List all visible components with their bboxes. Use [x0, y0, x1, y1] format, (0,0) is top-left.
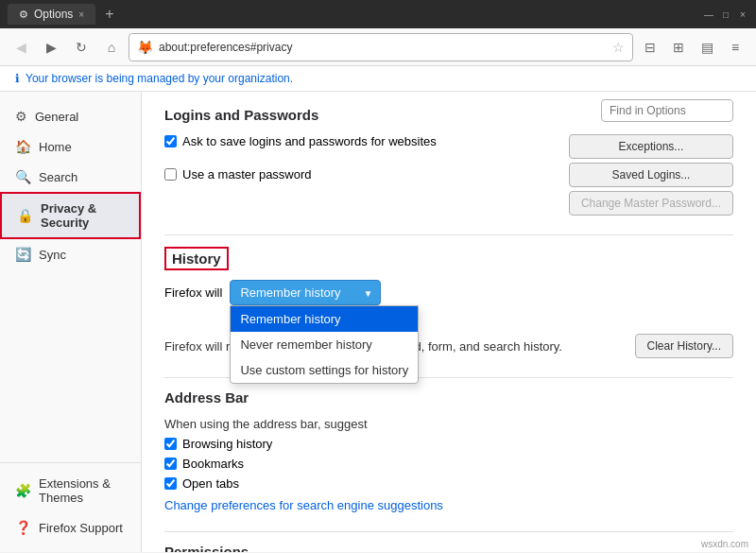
browsing-history-row: Browsing history [164, 437, 733, 451]
options-tab[interactable]: ⚙ Options × [8, 4, 95, 25]
master-password-row: Use a master password [164, 167, 569, 181]
tab-gear-icon: ⚙ [19, 9, 28, 21]
address-bar-title: Address Bar [164, 389, 733, 406]
sidebar-bottom: 🧩 Extensions & Themes ❓ Firefox Support [0, 462, 141, 552]
divider-1 [164, 234, 733, 235]
saved-logins-button[interactable]: Saved Logins... [569, 163, 733, 187]
dropdown-selected-text: Remember history [240, 285, 340, 300]
sidebar-item-home[interactable]: 🏠 Home [0, 131, 141, 162]
main-layout: ⚙ General 🏠 Home 🔍 Search 🔒 Privacy & Se… [0, 92, 756, 552]
reload-button[interactable]: ↻ [68, 34, 94, 60]
sidebar-item-sync[interactable]: 🔄 Sync [0, 239, 141, 269]
info-icon: ℹ [15, 72, 20, 85]
sidebar-label-sync: Sync [39, 248, 66, 262]
firefox-will-label: Firefox will [164, 285, 222, 300]
extensions-icon: 🧩 [15, 483, 31, 498]
exceptions-button[interactable]: Exceptions... [569, 134, 733, 159]
minimize-button[interactable]: — [703, 9, 714, 20]
permissions-title: Permissions [164, 544, 733, 552]
save-logins-checkbox[interactable] [164, 135, 177, 147]
bookmarks-checkbox[interactable] [164, 458, 177, 470]
back-button[interactable]: ◀ [8, 34, 34, 60]
find-input[interactable] [601, 99, 733, 122]
lock-icon: 🔒 [17, 208, 33, 223]
tab-close-btn[interactable]: × [78, 9, 84, 20]
nav-tool-3[interactable]: ▤ [694, 34, 720, 60]
nav-bar: ◀ ▶ ↻ ⌂ 🦊 about:preferences#privacy ☆ ⊟ … [0, 28, 756, 66]
history-dropdown-trigger[interactable]: Remember history ▼ [230, 280, 381, 305]
sidebar-item-extensions[interactable]: 🧩 Extensions & Themes [0, 469, 141, 512]
content-area: Logins and Passwords Ask to save logins … [142, 92, 756, 552]
window-controls: — □ × [703, 9, 748, 20]
info-banner: ℹ Your browser is being managed by your … [0, 66, 756, 92]
sidebar-top: ⚙ General 🏠 Home 🔍 Search 🔒 Privacy & Se… [0, 92, 141, 462]
nav-tool-4[interactable]: ≡ [722, 34, 748, 60]
sidebar-item-search[interactable]: 🔍 Search [0, 162, 141, 192]
suggest-label: When using the address bar, suggest [164, 417, 733, 431]
address-text: about:preferences#privacy [159, 41, 607, 54]
new-tab-button[interactable]: + [99, 6, 119, 23]
support-icon: ❓ [15, 520, 31, 535]
dropdown-item-remember[interactable]: Remember history [231, 306, 418, 332]
permissions-section: Permissions 📍 Location Settings... [164, 544, 733, 552]
nav-tool-1[interactable]: ⊟ [637, 34, 663, 60]
master-password-label: Use a master password [182, 167, 312, 181]
banner-text: Your browser is being managed by your or… [26, 72, 293, 85]
sidebar: ⚙ General 🏠 Home 🔍 Search 🔒 Privacy & Se… [0, 92, 142, 552]
dropdown-item-never[interactable]: Never remember history [231, 332, 418, 357]
sidebar-label-support: Firefox Support [39, 521, 123, 535]
address-bar[interactable]: 🦊 about:preferences#privacy ☆ [129, 33, 633, 61]
address-bar-section: Address Bar When using the address bar, … [164, 389, 733, 512]
firefox-will-row: Firefox will Remember history ▼ Remember… [164, 280, 733, 305]
divider-3 [164, 531, 733, 532]
title-bar: ⚙ Options × + — □ × [0, 0, 756, 28]
logins-left: Ask to save logins and passwords for web… [164, 134, 569, 187]
bookmark-star-icon[interactable]: ☆ [612, 40, 625, 55]
save-logins-label: Ask to save logins and passwords for web… [182, 134, 437, 148]
sidebar-label-privacy: Privacy & Security [41, 201, 124, 230]
search-preferences-link[interactable]: Change preferences for search engine sug… [164, 498, 443, 512]
open-tabs-checkbox[interactable] [164, 477, 177, 490]
home-icon: 🏠 [15, 139, 31, 154]
home-button[interactable]: ⌂ [98, 34, 125, 60]
clear-history-button[interactable]: Clear History... [635, 334, 733, 358]
logins-buttons: Exceptions... Saved Logins... Change Mas… [569, 134, 733, 216]
firefox-icon: 🦊 [137, 40, 153, 55]
close-button[interactable]: × [737, 9, 748, 20]
open-tabs-row: Open tabs [164, 476, 733, 491]
browsing-history-label: Browsing history [182, 437, 272, 451]
master-password-checkbox[interactable] [164, 168, 177, 181]
forward-button[interactable]: ▶ [38, 34, 64, 60]
open-tabs-label: Open tabs [182, 476, 239, 491]
change-master-button[interactable]: Change Master Password... [569, 191, 733, 216]
logins-section: Logins and Passwords Ask to save logins … [164, 107, 733, 216]
history-section: History Firefox will Remember history ▼ … [164, 247, 733, 358]
find-in-options [601, 99, 733, 122]
bookmarks-label: Bookmarks [182, 457, 244, 471]
bookmarks-row: Bookmarks [164, 457, 733, 471]
general-icon: ⚙ [15, 109, 27, 124]
dropdown-item-custom[interactable]: Use custom settings for history [231, 357, 418, 383]
tab-label: Options [34, 8, 73, 21]
nav-tools: ⊟ ⊞ ▤ ≡ [637, 34, 748, 60]
history-dropdown-container: Remember history ▼ Remember history Neve… [230, 280, 381, 305]
sidebar-label-general: General [35, 110, 78, 124]
dropdown-arrow-icon: ▼ [364, 287, 373, 298]
search-sidebar-icon: 🔍 [15, 169, 31, 184]
history-dropdown-menu: Remember history Never remember history … [230, 305, 419, 384]
watermark: wsxdn.com [701, 539, 748, 549]
sidebar-item-support[interactable]: ❓ Firefox Support [0, 512, 141, 543]
sidebar-label-extensions: Extensions & Themes [39, 476, 126, 505]
sidebar-item-privacy[interactable]: 🔒 Privacy & Security [0, 192, 141, 239]
logins-row: Ask to save logins and passwords for web… [164, 134, 733, 216]
history-title: History [164, 247, 229, 270]
sidebar-item-general[interactable]: ⚙ General [0, 101, 141, 131]
browsing-history-checkbox[interactable] [164, 438, 177, 450]
sync-icon: 🔄 [15, 247, 31, 262]
sidebar-label-search: Search [39, 170, 77, 184]
nav-tool-2[interactable]: ⊞ [665, 34, 692, 60]
sidebar-label-home: Home [39, 140, 72, 154]
save-logins-row: Ask to save logins and passwords for web… [164, 134, 569, 148]
maximize-button[interactable]: □ [720, 9, 731, 20]
